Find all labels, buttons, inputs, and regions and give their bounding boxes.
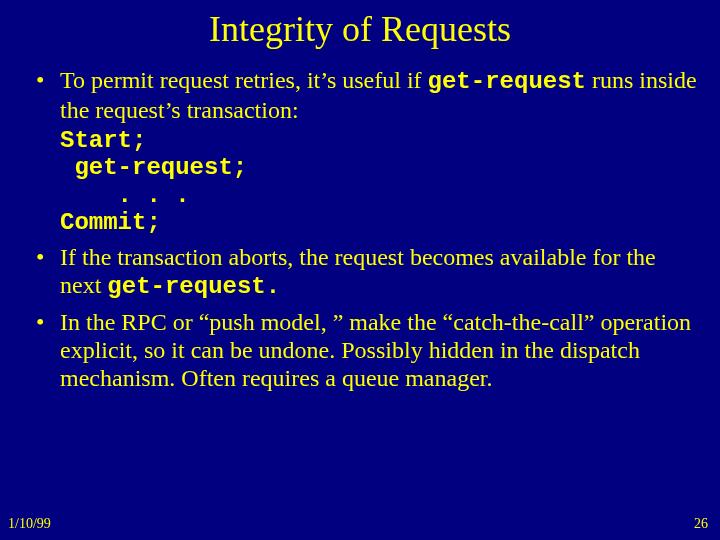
bullet-1: To permit request retries, it’s useful i…	[34, 66, 700, 237]
slide-body: To permit request retries, it’s useful i…	[0, 50, 720, 393]
slide-title: Integrity of Requests	[0, 0, 720, 50]
bullet-1-text-a: To permit request retries, it’s useful i…	[60, 67, 428, 93]
bullet-2: If the transaction aborts, the request b…	[34, 243, 700, 302]
slide: Integrity of Requests To permit request …	[0, 0, 720, 540]
bullet-3-text: In the RPC or “push model, ” make the “c…	[60, 309, 691, 392]
code-line-4: Commit;	[60, 209, 161, 236]
footer-page-number: 26	[694, 516, 708, 532]
bullet-3: In the RPC or “push model, ” make the “c…	[34, 308, 700, 393]
code-line-2: get-request;	[60, 154, 247, 181]
bullet-2-code: get-request.	[107, 273, 280, 300]
code-line-1: Start;	[60, 127, 146, 154]
bullet-1-code: get-request	[428, 68, 586, 95]
code-block: Start; get-request; . . . Commit;	[60, 127, 700, 237]
code-line-3: . . .	[60, 182, 190, 209]
footer-date: 1/10/99	[8, 516, 51, 532]
